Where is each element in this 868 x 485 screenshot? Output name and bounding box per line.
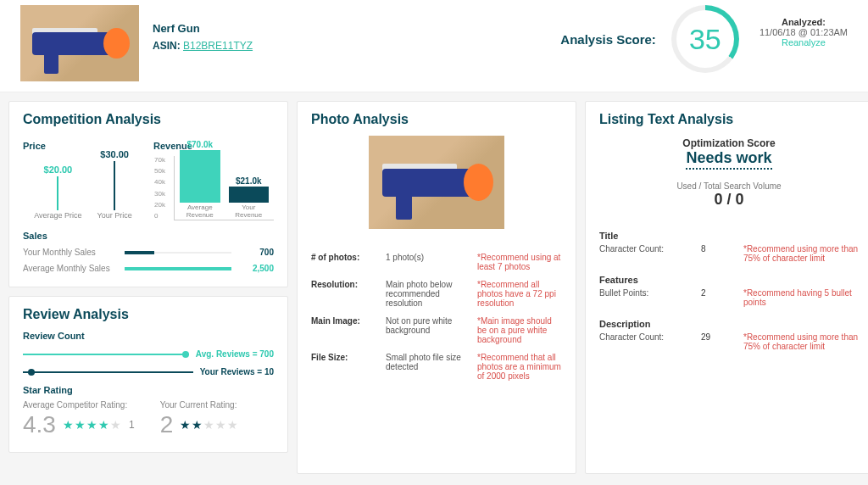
lt-features-rec: *Recommend having 5 bullet points	[743, 288, 859, 307]
photo-count-value: 1 photo(s)	[386, 253, 470, 262]
photo-count-rec: *Recommend using at least 7 photos	[477, 253, 562, 271]
lt-features-key: Bullet Points:	[599, 288, 693, 298]
tick: 0	[154, 212, 165, 220]
your-sales-label: Your Monthly Sales	[23, 248, 116, 257]
your-rating-label: Your Current Rating:	[160, 400, 240, 410]
listing-features-section: Features Bullet Points: 2 *Recommend hav…	[599, 275, 859, 307]
photo-main-key: Main Image:	[311, 316, 379, 326]
score-gauge: 35	[671, 5, 739, 73]
photo-title: Photo Analysis	[311, 112, 562, 127]
lt-title-value: 8	[701, 244, 735, 254]
listing-title: Listing Text Analysis	[599, 112, 859, 127]
your-rating-col: Your Current Rating: 2 ★★★★★	[160, 400, 240, 438]
product-image	[20, 5, 139, 81]
sales-label: Sales	[23, 231, 274, 241]
avg-rating-stars: ★★★★★	[63, 418, 122, 432]
avg-rev-value: $70.0k	[186, 140, 213, 149]
revenue-chart: 70k 50k 40k 30k 20k 0 $70.0kAverage Reve…	[174, 156, 274, 220]
lt-title-rec: *Recommend using more than 75% of charac…	[743, 244, 859, 263]
competition-card: Competition Analysis Price $20.00Average…	[8, 101, 288, 287]
product-meta: Nerf Gun ASIN: B12BRE11TYZ	[153, 5, 253, 52]
your-price-caption: Your Price	[97, 212, 132, 220]
avg-price-caption: Average Price	[34, 212, 81, 220]
photo-main-value: Not on pure white background	[386, 316, 470, 335]
your-rating-stars: ★★★★★	[180, 418, 239, 432]
tick: 30k	[154, 190, 165, 198]
photo-thumbnail	[369, 136, 504, 229]
photo-size-row: File Size: Small photo file size detecte…	[311, 353, 562, 381]
avg-reviews-text: Avg. Reviews = 700	[196, 349, 274, 359]
lt-features-value: 2	[701, 288, 735, 298]
photo-size-value: Small photo file size detected	[386, 353, 470, 371]
avg-sales-row: Average Monthly Sales 2,500	[23, 264, 274, 273]
photo-res-value: Main photo below recommended resolution	[386, 280, 470, 308]
avg-rating-suffix: 1	[129, 419, 135, 431]
score-label: Analysis Score:	[560, 32, 656, 47]
photo-card: Photo Analysis # of photos: 1 photo(s) *…	[297, 101, 576, 474]
tick: 70k	[154, 156, 165, 164]
tick: 40k	[154, 178, 165, 186]
header: Nerf Gun ASIN: B12BRE11TYZ Analysis Scor…	[0, 0, 868, 92]
avg-price-value: $20.00	[44, 164, 73, 175]
lt-desc-key: Character Count:	[599, 332, 693, 342]
asin-link[interactable]: B12BRE11TYZ	[183, 40, 253, 52]
photo-count-row: # of photos: 1 photo(s) *Recommend using…	[311, 253, 562, 271]
photo-res-key: Resolution:	[311, 280, 379, 289]
avg-sales-label: Average Monthly Sales	[23, 264, 116, 273]
avg-sales-value: 2,500	[240, 264, 274, 273]
review-card: Review Analysis Review Count Avg. Review…	[8, 296, 288, 453]
lt-title-key: Character Count:	[599, 244, 693, 254]
listing-description-section: Description Character Count: 29 *Recomme…	[599, 319, 859, 351]
opt-score-value[interactable]: Needs work	[686, 149, 771, 170]
your-rev-caption: Your Revenue	[229, 204, 270, 220]
review-count-label: Review Count	[23, 331, 274, 341]
analysis-score: Analysis Score: 35	[560, 5, 739, 73]
listing-card: Listing Text Analysis Optimization Score…	[585, 101, 868, 474]
score-value: 35	[689, 23, 721, 56]
listing-title-section: Title Character Count: 8 *Recommend usin…	[599, 231, 859, 263]
lt-desc-rec: *Recommend using more than 75% of charac…	[743, 332, 859, 351]
photo-size-key: File Size:	[311, 353, 379, 362]
photo-count-key: # of photos:	[311, 253, 379, 262]
reanalyze-link[interactable]: Reanalyze	[760, 37, 848, 47]
your-reviews-text: Your Reviews = 10	[200, 367, 274, 376]
lt-desc-heading: Description	[599, 319, 859, 329]
your-rev-value: $21.0k	[236, 176, 262, 186]
avg-rating-value: 4.3	[23, 411, 56, 438]
avg-reviews-line: Avg. Reviews = 700	[23, 349, 274, 359]
avg-rating-col: Average Competitor Rating: 4.3 ★★★★★ 1	[23, 400, 135, 438]
star-rating-label: Star Rating	[23, 385, 274, 395]
your-sales-value: 700	[240, 248, 274, 257]
photo-size-rec: *Recommend that all photos are a minimum…	[477, 353, 562, 381]
your-price-value: $30.00	[100, 149, 129, 159]
lt-features-heading: Features	[599, 275, 859, 285]
search-volume-value: 0 / 0	[599, 191, 859, 209]
search-volume-label: Used / Total Search Volume	[599, 181, 859, 191]
avg-rev-caption: Average Revenue	[180, 204, 220, 220]
photo-resolution-row: Resolution: Main photo below recommended…	[311, 280, 562, 308]
opt-score-label: Optimization Score	[599, 137, 859, 149]
analyzed-timestamp: 11/06/18 @ 01:23AM	[760, 27, 848, 37]
asin-label: ASIN:	[153, 40, 181, 52]
your-reviews-line: Your Reviews = 10	[23, 367, 274, 376]
review-title: Review Analysis	[23, 307, 274, 322]
lt-title-heading: Title	[599, 231, 859, 241]
competition-title: Competition Analysis	[23, 112, 274, 127]
photo-res-rec: *Recommend all photos have a 72 ppi reso…	[477, 280, 562, 308]
your-sales-row: Your Monthly Sales 700	[23, 248, 274, 257]
your-rating-value: 2	[160, 411, 174, 438]
photo-main-row: Main Image: Not on pure white background…	[311, 316, 562, 344]
tick: 20k	[154, 201, 165, 209]
lt-desc-value: 29	[701, 332, 735, 342]
photo-main-rec: *Main image should be on a pure white ba…	[477, 316, 562, 344]
avg-rating-label: Average Competitor Rating:	[23, 400, 135, 410]
analyzed-title: Analyzed:	[760, 17, 848, 27]
product-name: Nerf Gun	[153, 22, 253, 35]
tick: 50k	[154, 167, 165, 175]
analyzed-block: Analyzed: 11/06/18 @ 01:23AM Reanalyze	[760, 5, 848, 47]
price-chart: $20.00Average Price $30.00Your Price	[23, 156, 143, 220]
optimization-block: Optimization Score Needs work Used / Tot…	[599, 137, 859, 209]
